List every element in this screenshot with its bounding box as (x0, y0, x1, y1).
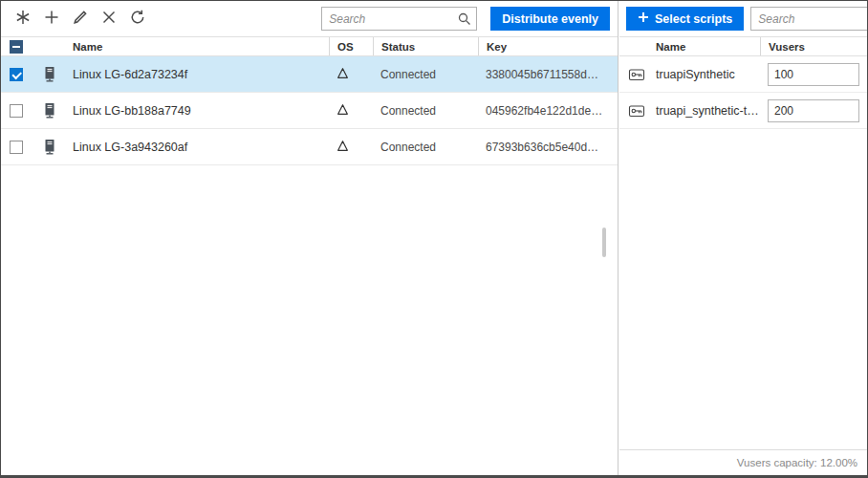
generator-status: Connected (373, 104, 478, 118)
load-generator-icon (32, 65, 68, 84)
script-icon (627, 65, 656, 84)
plus-icon (638, 11, 649, 26)
table-row[interactable]: Linux LG-6d2a73234f Connected 3380045b67… (1, 56, 618, 93)
scripts-search-input[interactable] (751, 12, 868, 26)
row-checkbox[interactable] (10, 104, 23, 118)
delete-button[interactable] (95, 5, 123, 33)
vusers-capacity-label: Vusers capacity: 12.00% (619, 449, 867, 475)
generator-name: Linux LG-3a943260af (68, 141, 329, 154)
vusers-input[interactable] (768, 63, 859, 86)
scrollbar-thumb[interactable] (602, 228, 606, 257)
linux-os-icon (329, 103, 373, 119)
refresh-button[interactable] (123, 5, 152, 33)
scripts-panel: Select scripts Name Vusers (619, 1, 867, 475)
header-os: OS (329, 37, 373, 55)
x-icon (100, 9, 118, 29)
select-all-checkbox[interactable] (10, 40, 23, 54)
asterisk-icon (14, 9, 32, 29)
app-window: Distribute evenly Name OS Status Key (0, 0, 868, 478)
distribute-evenly-button[interactable]: Distribute evenly (490, 7, 610, 31)
select-scripts-label: Select scripts (655, 12, 732, 26)
header-icon-spacer (32, 37, 68, 55)
plus-icon (43, 9, 60, 29)
generator-name: Linux LG-6d2a73234f (68, 68, 329, 81)
header-status: Status (373, 37, 478, 55)
load-generators-panel: Distribute evenly Name OS Status Key (1, 1, 618, 475)
search-icon[interactable] (453, 7, 476, 31)
table-row[interactable]: Linux LG-bb188a7749 Connected 045962fb4e… (1, 93, 618, 129)
generators-search-input[interactable] (322, 12, 453, 26)
provision-button[interactable] (9, 5, 37, 33)
vusers-input[interactable] (768, 99, 859, 122)
load-generator-icon (32, 138, 68, 157)
list-item[interactable]: truapi_synthetic-td... (619, 93, 867, 129)
table-row[interactable]: Linux LG-3a943260af Connected 67393b636c… (1, 129, 618, 165)
generator-key: 3380045b6711558d57... (478, 68, 604, 81)
refresh-icon (129, 9, 146, 29)
select-scripts-button[interactable]: Select scripts (626, 7, 744, 31)
row-checkbox[interactable] (10, 141, 23, 154)
script-icon (627, 101, 656, 120)
generators-search-box (321, 7, 477, 31)
add-button[interactable] (37, 5, 66, 33)
scripts-toolbar: Select scripts (619, 1, 867, 36)
linux-os-icon (329, 67, 373, 82)
header-vusers: Vusers (760, 37, 867, 55)
header-key: Key (478, 37, 604, 55)
load-generator-icon (32, 101, 68, 120)
generator-key: 045962fb4e122d1deb... (478, 104, 604, 118)
row-checkbox[interactable] (10, 68, 23, 81)
edit-button[interactable] (66, 5, 95, 33)
linux-os-icon (329, 140, 373, 155)
script-name: truapiSynthetic (656, 68, 768, 81)
generator-name: Linux LG-bb188a7749 (68, 104, 329, 118)
header-name: Name (656, 37, 760, 55)
script-name: truapi_synthetic-td... (656, 104, 768, 118)
generators-table-header: Name OS Status Key (1, 36, 618, 56)
scripts-search-box (750, 7, 868, 31)
header-name: Name (68, 37, 329, 55)
generators-toolbar: Distribute evenly (1, 1, 618, 36)
scripts-table-header: Name Vusers (619, 36, 867, 56)
generator-status: Connected (373, 68, 478, 81)
header-icon-spacer (619, 37, 656, 55)
list-item[interactable]: truapiSynthetic (619, 56, 867, 93)
generator-status: Connected (373, 141, 478, 154)
generator-key: 67393b636cb5e40d122f (478, 141, 604, 154)
pencil-icon (72, 9, 89, 29)
